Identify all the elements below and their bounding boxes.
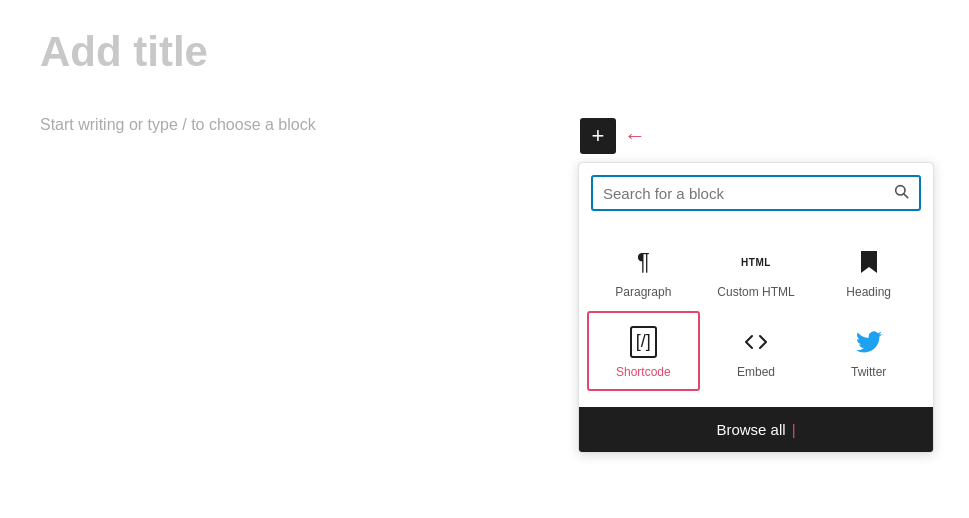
block-label-shortcode: Shortcode <box>616 365 671 379</box>
block-label-embed: Embed <box>737 365 775 379</box>
browse-all-label: Browse all <box>716 421 785 438</box>
block-label-paragraph: Paragraph <box>615 285 671 299</box>
block-item-custom-html[interactable]: HTML Custom HTML <box>700 231 813 311</box>
title-placeholder[interactable]: Add title <box>40 28 929 76</box>
arrow-icon: ← <box>624 123 646 149</box>
search-input[interactable] <box>603 185 893 202</box>
paragraph-icon: ¶ <box>637 247 650 277</box>
block-label-heading: Heading <box>846 285 891 299</box>
block-label-custom-html: Custom HTML <box>717 285 794 299</box>
browse-all-cursor: | <box>792 421 796 438</box>
embed-icon <box>744 327 768 357</box>
twitter-icon <box>856 327 882 357</box>
browse-all-button[interactable]: Browse all| <box>579 407 933 452</box>
block-item-twitter[interactable]: Twitter <box>812 311 925 391</box>
block-inserter-row: + ← <box>580 118 646 154</box>
block-picker-panel: ¶ Paragraph HTML Custom HTML Heading [/] <box>578 162 934 453</box>
block-label-twitter: Twitter <box>851 365 886 379</box>
html-icon: HTML <box>741 247 771 277</box>
block-item-shortcode[interactable]: [/] Shortcode <box>587 311 700 391</box>
search-icon <box>893 183 909 203</box>
bookmark-icon <box>858 247 880 277</box>
svg-line-1 <box>904 194 908 198</box>
search-input-wrap <box>591 175 921 211</box>
search-container <box>579 163 933 219</box>
block-item-embed[interactable]: Embed <box>700 311 813 391</box>
add-block-button[interactable]: + <box>580 118 616 154</box>
blocks-grid: ¶ Paragraph HTML Custom HTML Heading [/] <box>579 219 933 407</box>
body-placeholder[interactable]: Start writing or type / to choose a bloc… <box>40 116 929 134</box>
block-item-heading[interactable]: Heading <box>812 231 925 311</box>
shortcode-icon: [/] <box>630 327 657 357</box>
block-item-paragraph[interactable]: ¶ Paragraph <box>587 231 700 311</box>
